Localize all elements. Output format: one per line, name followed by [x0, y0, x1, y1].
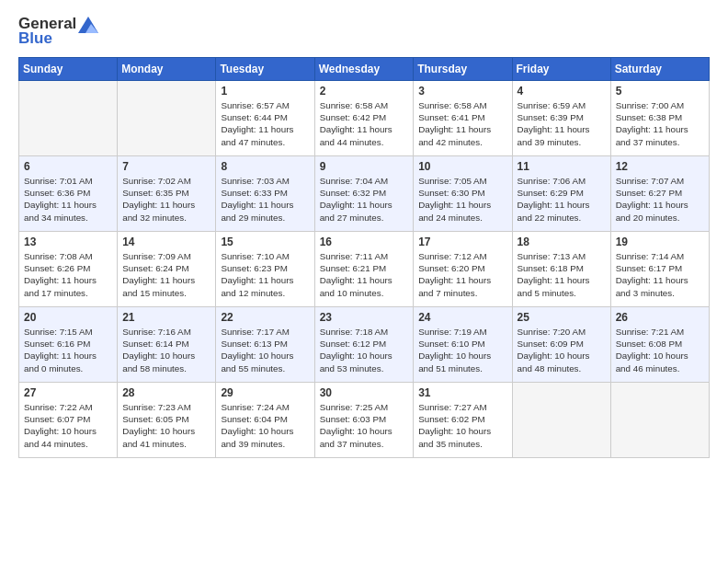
day-info: Sunrise: 7:08 AM Sunset: 6:26 PM Dayligh…	[24, 250, 112, 299]
calendar-cell: 11Sunrise: 7:06 AM Sunset: 6:29 PM Dayli…	[512, 156, 610, 232]
calendar-cell: 8Sunrise: 7:03 AM Sunset: 6:33 PM Daylig…	[216, 156, 314, 232]
day-number: 5	[616, 85, 704, 98]
calendar-cell	[19, 81, 118, 156]
day-number: 31	[418, 386, 506, 399]
calendar-cell: 2Sunrise: 6:58 AM Sunset: 6:42 PM Daylig…	[314, 81, 414, 156]
day-info: Sunrise: 7:02 AM Sunset: 6:35 PM Dayligh…	[122, 175, 210, 224]
day-number: 19	[616, 236, 704, 248]
day-number: 21	[122, 311, 210, 324]
calendar-cell: 3Sunrise: 6:58 AM Sunset: 6:41 PM Daylig…	[414, 81, 512, 156]
day-info: Sunrise: 7:00 AM Sunset: 6:38 PM Dayligh…	[616, 99, 704, 148]
calendar-cell: 29Sunrise: 7:24 AM Sunset: 6:04 PM Dayli…	[216, 383, 314, 458]
day-number: 28	[122, 386, 210, 399]
day-info: Sunrise: 7:04 AM Sunset: 6:32 PM Dayligh…	[320, 175, 409, 224]
calendar-week-3: 13Sunrise: 7:08 AM Sunset: 6:26 PM Dayli…	[19, 232, 710, 307]
calendar-cell: 20Sunrise: 7:15 AM Sunset: 6:16 PM Dayli…	[19, 307, 118, 383]
calendar-week-2: 6Sunrise: 7:01 AM Sunset: 6:36 PM Daylig…	[19, 156, 710, 232]
day-info: Sunrise: 7:05 AM Sunset: 6:30 PM Dayligh…	[418, 175, 506, 224]
calendar-cell: 6Sunrise: 7:01 AM Sunset: 6:36 PM Daylig…	[19, 156, 118, 232]
calendar-cell: 26Sunrise: 7:21 AM Sunset: 6:08 PM Dayli…	[610, 307, 709, 383]
col-header-wednesday: Wednesday	[314, 58, 414, 81]
day-info: Sunrise: 6:58 AM Sunset: 6:42 PM Dayligh…	[320, 99, 409, 148]
calendar-cell: 23Sunrise: 7:18 AM Sunset: 6:12 PM Dayli…	[314, 307, 414, 383]
day-number: 30	[320, 386, 409, 399]
day-info: Sunrise: 7:15 AM Sunset: 6:16 PM Dayligh…	[24, 326, 112, 374]
day-info: Sunrise: 7:06 AM Sunset: 6:29 PM Dayligh…	[518, 175, 606, 224]
calendar-cell: 7Sunrise: 7:02 AM Sunset: 6:35 PM Daylig…	[118, 156, 216, 232]
day-info: Sunrise: 7:21 AM Sunset: 6:08 PM Dayligh…	[616, 326, 704, 374]
logo: General Blue	[18, 15, 98, 48]
calendar-cell	[118, 81, 216, 156]
day-info: Sunrise: 6:58 AM Sunset: 6:41 PM Dayligh…	[418, 99, 506, 148]
col-header-sunday: Sunday	[19, 58, 118, 81]
day-number: 24	[418, 311, 506, 324]
calendar-cell: 21Sunrise: 7:16 AM Sunset: 6:14 PM Dayli…	[118, 307, 216, 383]
calendar-cell: 30Sunrise: 7:25 AM Sunset: 6:03 PM Dayli…	[314, 383, 414, 458]
day-number: 23	[320, 311, 409, 324]
calendar-cell: 10Sunrise: 7:05 AM Sunset: 6:30 PM Dayli…	[414, 156, 512, 232]
calendar-header-row: SundayMondayTuesdayWednesdayThursdayFrid…	[19, 58, 710, 81]
day-number: 6	[24, 160, 112, 173]
calendar-week-4: 20Sunrise: 7:15 AM Sunset: 6:16 PM Dayli…	[19, 307, 710, 383]
day-number: 12	[616, 160, 704, 173]
calendar-cell: 28Sunrise: 7:23 AM Sunset: 6:05 PM Dayli…	[118, 383, 216, 458]
day-number: 4	[518, 85, 606, 98]
day-number: 3	[418, 85, 506, 98]
day-number: 9	[320, 160, 409, 173]
calendar-cell: 15Sunrise: 7:10 AM Sunset: 6:23 PM Dayli…	[216, 232, 314, 307]
day-number: 20	[24, 311, 112, 324]
day-number: 25	[518, 311, 606, 324]
day-number: 22	[221, 311, 309, 324]
day-number: 29	[221, 386, 309, 399]
day-number: 15	[221, 236, 309, 248]
calendar-cell: 13Sunrise: 7:08 AM Sunset: 6:26 PM Dayli…	[19, 232, 118, 307]
calendar-cell	[610, 383, 709, 458]
calendar-cell: 22Sunrise: 7:17 AM Sunset: 6:13 PM Dayli…	[216, 307, 314, 383]
calendar-cell: 31Sunrise: 7:27 AM Sunset: 6:02 PM Dayli…	[414, 383, 512, 458]
calendar-cell: 25Sunrise: 7:20 AM Sunset: 6:09 PM Dayli…	[512, 307, 610, 383]
calendar-table: SundayMondayTuesdayWednesdayThursdayFrid…	[18, 57, 710, 458]
calendar-cell: 12Sunrise: 7:07 AM Sunset: 6:27 PM Dayli…	[610, 156, 709, 232]
calendar-cell: 5Sunrise: 7:00 AM Sunset: 6:38 PM Daylig…	[610, 81, 709, 156]
col-header-thursday: Thursday	[414, 58, 512, 81]
day-number: 16	[320, 236, 409, 248]
day-number: 26	[616, 311, 704, 324]
calendar-cell: 9Sunrise: 7:04 AM Sunset: 6:32 PM Daylig…	[314, 156, 414, 232]
col-header-tuesday: Tuesday	[216, 58, 314, 81]
calendar-cell	[512, 383, 610, 458]
day-info: Sunrise: 7:03 AM Sunset: 6:33 PM Dayligh…	[221, 175, 309, 224]
day-number: 13	[24, 236, 112, 248]
calendar-cell: 19Sunrise: 7:14 AM Sunset: 6:17 PM Dayli…	[610, 232, 709, 307]
day-info: Sunrise: 7:10 AM Sunset: 6:23 PM Dayligh…	[221, 250, 309, 299]
day-number: 1	[221, 85, 309, 98]
calendar-cell: 14Sunrise: 7:09 AM Sunset: 6:24 PM Dayli…	[118, 232, 216, 307]
calendar-cell: 27Sunrise: 7:22 AM Sunset: 6:07 PM Dayli…	[19, 383, 118, 458]
day-info: Sunrise: 6:59 AM Sunset: 6:39 PM Dayligh…	[518, 99, 606, 148]
calendar-cell: 18Sunrise: 7:13 AM Sunset: 6:18 PM Dayli…	[512, 232, 610, 307]
day-number: 10	[418, 160, 506, 173]
day-number: 18	[518, 236, 606, 248]
day-number: 27	[24, 386, 112, 399]
day-number: 17	[418, 236, 506, 248]
day-info: Sunrise: 7:18 AM Sunset: 6:12 PM Dayligh…	[320, 326, 409, 374]
calendar-cell: 17Sunrise: 7:12 AM Sunset: 6:20 PM Dayli…	[414, 232, 512, 307]
day-info: Sunrise: 7:23 AM Sunset: 6:05 PM Dayligh…	[122, 401, 210, 450]
calendar-week-5: 27Sunrise: 7:22 AM Sunset: 6:07 PM Dayli…	[19, 383, 710, 458]
day-number: 8	[221, 160, 309, 173]
day-info: Sunrise: 7:17 AM Sunset: 6:13 PM Dayligh…	[221, 326, 309, 374]
day-info: Sunrise: 7:25 AM Sunset: 6:03 PM Dayligh…	[320, 401, 409, 450]
calendar-cell: 1Sunrise: 6:57 AM Sunset: 6:44 PM Daylig…	[216, 81, 314, 156]
day-number: 7	[122, 160, 210, 173]
calendar-week-1: 1Sunrise: 6:57 AM Sunset: 6:44 PM Daylig…	[19, 81, 710, 156]
day-info: Sunrise: 7:07 AM Sunset: 6:27 PM Dayligh…	[616, 175, 704, 224]
day-info: Sunrise: 7:11 AM Sunset: 6:21 PM Dayligh…	[320, 250, 409, 299]
day-info: Sunrise: 7:12 AM Sunset: 6:20 PM Dayligh…	[418, 250, 506, 299]
day-info: Sunrise: 7:16 AM Sunset: 6:14 PM Dayligh…	[122, 326, 210, 374]
day-info: Sunrise: 7:24 AM Sunset: 6:04 PM Dayligh…	[221, 401, 309, 450]
calendar-cell: 4Sunrise: 6:59 AM Sunset: 6:39 PM Daylig…	[512, 81, 610, 156]
calendar-cell: 24Sunrise: 7:19 AM Sunset: 6:10 PM Dayli…	[414, 307, 512, 383]
day-info: Sunrise: 7:13 AM Sunset: 6:18 PM Dayligh…	[518, 250, 606, 299]
day-info: Sunrise: 7:19 AM Sunset: 6:10 PM Dayligh…	[418, 326, 506, 374]
day-info: Sunrise: 7:01 AM Sunset: 6:36 PM Dayligh…	[24, 175, 112, 224]
day-info: Sunrise: 6:57 AM Sunset: 6:44 PM Dayligh…	[221, 99, 309, 148]
